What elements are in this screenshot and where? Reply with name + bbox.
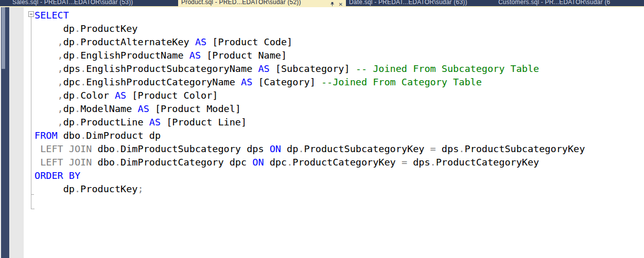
code-token: [Subcategory] bbox=[270, 63, 356, 74]
code-token: -- Joined From Subcategory Table bbox=[356, 63, 539, 74]
code-token: dp bbox=[34, 23, 75, 34]
outline-guide-tick bbox=[31, 194, 34, 195]
code-token: DimProduct dp bbox=[86, 130, 161, 141]
code-token: dbo bbox=[92, 157, 115, 168]
code-token: Color bbox=[80, 90, 115, 101]
code-token: . bbox=[75, 36, 80, 47]
code-token: . bbox=[75, 117, 80, 127]
code-token: , bbox=[58, 117, 63, 127]
code-token: LEFT JOIN bbox=[34, 157, 92, 168]
code-line: ,dp.ProductLine AS [Product Line] bbox=[34, 116, 585, 129]
code-token: AS bbox=[115, 90, 126, 101]
code-token: AS bbox=[189, 50, 201, 61]
code-line: ORDER BY bbox=[34, 169, 585, 182]
code-token: dp bbox=[63, 90, 75, 101]
code-token: dp bbox=[63, 50, 75, 61]
code-token: --Joined From Category Table bbox=[321, 77, 482, 87]
tab-label: Customers.sql - PR...EDATOR\sudar (6 bbox=[498, 0, 610, 6]
code-line: dp.ProductKey; bbox=[34, 182, 585, 196]
code-token: dpc bbox=[63, 77, 80, 87]
window-left-edge bbox=[0, 0, 1, 258]
outline-guide-line bbox=[31, 17, 31, 209]
tab-label: Sales.sql - PREDAT...EDATOR\sudar (53)) bbox=[12, 0, 133, 6]
code-token: ProductAlternateKey bbox=[80, 36, 195, 47]
code-token: . bbox=[115, 143, 120, 154]
code-token bbox=[34, 103, 58, 114]
close-icon[interactable]: ✕ bbox=[339, 2, 343, 6]
code-token: dbo bbox=[92, 143, 115, 154]
code-token: , bbox=[58, 103, 63, 114]
code-token: . bbox=[80, 63, 86, 74]
code-token: . bbox=[75, 103, 80, 114]
code-token: ModelName bbox=[80, 103, 137, 114]
code-token: . bbox=[298, 143, 304, 154]
code-token: ON bbox=[252, 157, 264, 168]
code-token: [Product Model] bbox=[149, 103, 241, 114]
code-line: FROM dbo.DimProduct dp bbox=[34, 129, 585, 142]
code-token: . bbox=[430, 157, 436, 168]
code-token: EnglishProductCategoryName bbox=[86, 77, 241, 87]
code-token: LEFT JOIN bbox=[34, 143, 92, 154]
code-token: FROM bbox=[34, 130, 58, 141]
code-token: ProductCategoryKey bbox=[292, 157, 402, 168]
code-token: ORDER BY bbox=[34, 170, 80, 181]
code-area[interactable]: SELECT dp.ProductKey ,dp.ProductAlternat… bbox=[34, 9, 585, 209]
left-scrollbar-thumb[interactable] bbox=[2, 4, 5, 69]
code-line: ,dp.ModelName AS [Product Model] bbox=[34, 102, 585, 116]
collapse-region-icon[interactable] bbox=[28, 11, 34, 17]
code-token: [Product Name] bbox=[201, 50, 287, 61]
code-token: . bbox=[75, 50, 80, 61]
code-token: ProductSubcategoryKey bbox=[304, 143, 430, 154]
code-token: ON bbox=[270, 143, 281, 154]
tab-date[interactable]: Date.sql - PREDAT...EDATOR\sudar (63)) bbox=[346, 0, 495, 6]
code-token: , bbox=[58, 50, 63, 61]
code-token bbox=[34, 77, 58, 87]
code-token bbox=[34, 36, 58, 47]
left-dock-bar bbox=[1, 0, 9, 258]
code-line: LEFT JOIN dbo.DimProductCategory dpc ON … bbox=[34, 156, 585, 169]
code-token: ProductLine bbox=[80, 117, 149, 127]
code-token: [Category] bbox=[252, 77, 321, 87]
editor-indicator-margin bbox=[9, 7, 24, 258]
tab-sales[interactable]: Sales.sql - PREDAT...EDATOR\sudar (53)) bbox=[9, 0, 178, 6]
code-token: ProductCategoryKey bbox=[436, 157, 539, 168]
code-token: dbo bbox=[58, 130, 81, 141]
tab-customers[interactable]: Customers.sql - PR...EDATOR\sudar (6 bbox=[495, 0, 644, 6]
code-token: = bbox=[402, 157, 407, 168]
code-token: = bbox=[430, 143, 436, 154]
tab-label: Product.sql - PRED...EDATOR\sudar (52)) bbox=[181, 0, 301, 6]
code-token: . bbox=[115, 157, 120, 168]
code-token: AS bbox=[149, 117, 161, 127]
code-token: AS bbox=[138, 103, 149, 114]
code-token: . bbox=[287, 157, 292, 168]
code-token: DimProductCategory dpc bbox=[120, 157, 252, 168]
sql-editor[interactable]: SELECT dp.ProductKey ,dp.ProductAlternat… bbox=[0, 7, 644, 258]
code-line: ,dps.EnglishProductSubcategoryName AS [S… bbox=[34, 62, 585, 76]
pin-icon[interactable] bbox=[329, 0, 335, 6]
code-token: dpc bbox=[264, 157, 287, 168]
code-token: EnglishProductSubcategoryName bbox=[86, 63, 258, 74]
code-token: AS bbox=[195, 36, 206, 47]
code-token: ProductSubcategoryKey bbox=[464, 143, 585, 154]
code-token: dp bbox=[63, 103, 75, 114]
code-token: dps bbox=[63, 63, 80, 74]
code-token bbox=[34, 117, 58, 127]
tab-label: Date.sql - PREDAT...EDATOR\sudar (63)) bbox=[349, 0, 467, 6]
ssms-window: Sales.sql - PREDAT...EDATOR\sudar (53))P… bbox=[0, 0, 644, 258]
code-token: . bbox=[80, 130, 86, 141]
code-token bbox=[34, 50, 58, 61]
code-line bbox=[34, 196, 585, 209]
code-line: SELECT bbox=[34, 9, 585, 22]
code-token: dp bbox=[63, 36, 75, 47]
code-token: dp bbox=[281, 143, 298, 154]
code-token: , bbox=[58, 90, 63, 101]
code-line: ,dp.Color AS [Product Color] bbox=[34, 89, 585, 102]
code-token: [Product Code] bbox=[206, 36, 292, 47]
code-token: SELECT bbox=[34, 10, 69, 21]
code-token: , bbox=[58, 77, 63, 87]
code-token: dps bbox=[436, 143, 459, 154]
code-token: . bbox=[75, 183, 80, 194]
code-token: AS bbox=[258, 63, 269, 74]
tab-product[interactable]: Product.sql - PRED...EDATOR\sudar (52))✕ bbox=[178, 0, 346, 6]
code-line: LEFT JOIN dbo.DimProductSubcategory dps … bbox=[34, 142, 585, 156]
